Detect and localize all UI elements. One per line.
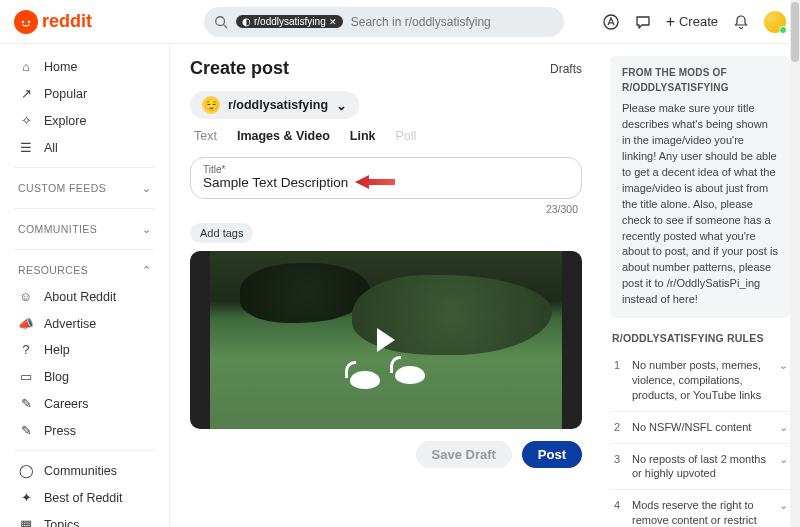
res-label: Careers xyxy=(44,397,88,411)
svg-line-3 xyxy=(224,24,228,28)
svg-point-1 xyxy=(28,20,30,22)
page-title: Create post xyxy=(190,58,289,79)
resources-header[interactable]: RESOURCES⌃ xyxy=(0,256,169,284)
chat-icon[interactable] xyxy=(634,13,652,31)
chevron-down-icon: ⌄ xyxy=(779,498,788,512)
search-scope-chip[interactable]: ◐ r/oddlysatisfying ✕ xyxy=(236,15,343,28)
rule-item[interactable]: 1No number posts, memes, violence, compi… xyxy=(610,350,790,411)
chevron-down-icon: ⌄ xyxy=(336,98,347,113)
help-icon: ? xyxy=(18,343,34,357)
tab-images-video[interactable]: Images & Video xyxy=(237,129,330,147)
nav-home[interactable]: ⌂Home xyxy=(0,54,169,80)
chevron-up-icon: ⌃ xyxy=(142,264,151,276)
search-bar[interactable]: ◐ r/oddlysatisfying ✕ xyxy=(204,7,564,37)
book-icon: ▭ xyxy=(18,369,34,384)
custom-feeds-header[interactable]: CUSTOM FEEDS⌄ xyxy=(0,174,169,202)
mod-header: FROM THE MODS OF R/ODDLYSATISFYING xyxy=(622,66,778,95)
res-press[interactable]: ✎Press xyxy=(0,417,169,444)
home-icon: ⌂ xyxy=(18,60,34,74)
rule-item[interactable]: 3No reposts of last 2 months or highly u… xyxy=(610,443,790,490)
nav-popular[interactable]: ↗Popular xyxy=(0,80,169,107)
svg-point-2 xyxy=(216,16,225,25)
rule-text: No reposts of last 2 months or highly up… xyxy=(632,452,769,482)
rule-number: 4 xyxy=(612,498,622,511)
chip-avatar-icon: ◐ xyxy=(242,16,251,27)
notifications-icon[interactable] xyxy=(732,13,750,31)
wrench-icon: ✎ xyxy=(18,396,34,411)
chevron-down-icon: ⌄ xyxy=(779,420,788,434)
title-field-container[interactable]: Title* xyxy=(190,157,582,199)
char-count: 23/300 xyxy=(190,203,578,215)
user-avatar[interactable] xyxy=(764,11,786,33)
reddit-mark-icon xyxy=(14,10,38,34)
community-name: r/oddlysatisfying xyxy=(228,98,328,112)
nav-explore[interactable]: ✧Explore xyxy=(0,107,169,134)
chevron-down-icon: ⌄ xyxy=(142,182,151,194)
communities-header[interactable]: COMMUNITIES⌄ xyxy=(0,215,169,243)
create-label: Create xyxy=(679,14,718,29)
left-sidebar: ⌂Home ↗Popular ✧Explore ☰All CUSTOM FEED… xyxy=(0,44,170,527)
svg-point-0 xyxy=(22,20,24,22)
tab-link[interactable]: Link xyxy=(350,129,376,147)
extra-communities[interactable]: ◯Communities xyxy=(0,457,169,484)
search-input[interactable] xyxy=(351,15,554,29)
nav-label: Home xyxy=(44,60,77,74)
section-label: RESOURCES xyxy=(18,264,88,276)
save-draft-button[interactable]: Save Draft xyxy=(416,441,512,468)
rule-number: 1 xyxy=(612,358,622,371)
brand-logo[interactable]: reddit xyxy=(14,10,92,34)
search-icon xyxy=(214,15,228,29)
rule-text: Mods reserve the right to remove content… xyxy=(632,498,769,527)
mod-message-box: FROM THE MODS OF R/ODDLYSATISFYING Pleas… xyxy=(610,56,790,318)
chevron-down-icon: ⌄ xyxy=(779,452,788,466)
play-icon[interactable] xyxy=(377,328,395,352)
drafts-link[interactable]: Drafts xyxy=(550,62,582,76)
main-content: Create post Drafts 😌 r/oddlysatisfying ⌄… xyxy=(170,44,600,527)
res-about[interactable]: ☺About Reddit xyxy=(0,284,169,310)
res-careers[interactable]: ✎Careers xyxy=(0,390,169,417)
post-button[interactable]: Post xyxy=(522,441,582,468)
res-help[interactable]: ?Help xyxy=(0,337,169,363)
plus-icon: + xyxy=(666,13,675,31)
reddit-icon: ☺ xyxy=(18,290,34,304)
extra-label: Best of Reddit xyxy=(44,491,123,505)
community-avatar-icon: 😌 xyxy=(202,96,220,114)
tab-text[interactable]: Text xyxy=(194,129,217,147)
res-advertise[interactable]: 📣Advertise xyxy=(0,310,169,337)
extra-topics[interactable]: ▦Topics xyxy=(0,511,169,527)
right-sidebar: FROM THE MODS OF R/ODDLYSATISFYING Pleas… xyxy=(600,44,800,527)
chip-close-icon[interactable]: ✕ xyxy=(329,17,337,27)
ads-icon[interactable] xyxy=(602,13,620,31)
res-label: Advertise xyxy=(44,317,96,331)
tab-poll: Poll xyxy=(396,129,417,147)
rule-text: No number posts, memes, violence, compil… xyxy=(632,358,769,403)
megaphone-icon: 📣 xyxy=(18,316,34,331)
community-selector[interactable]: 😌 r/oddlysatisfying ⌄ xyxy=(190,91,359,119)
nav-label: Explore xyxy=(44,114,86,128)
nav-all[interactable]: ☰All xyxy=(0,134,169,161)
res-label: Help xyxy=(44,343,70,357)
nav-label: All xyxy=(44,141,58,155)
add-tags-button[interactable]: Add tags xyxy=(190,223,253,243)
res-label: Press xyxy=(44,424,76,438)
scrollbar-thumb[interactable] xyxy=(791,2,799,62)
brand-text: reddit xyxy=(42,11,92,32)
section-label: CUSTOM FEEDS xyxy=(18,182,106,194)
rule-number: 3 xyxy=(612,452,622,465)
mod-body: Please make sure your title describes wh… xyxy=(622,101,778,308)
res-label: About Reddit xyxy=(44,290,116,304)
star-icon: ✦ xyxy=(18,490,34,505)
chip-label: r/oddlysatisfying xyxy=(254,16,326,27)
rules-header: R/ODDLYSATISFYING RULES xyxy=(612,332,788,344)
res-label: Blog xyxy=(44,370,69,384)
extra-best[interactable]: ✦Best of Reddit xyxy=(0,484,169,511)
res-blog[interactable]: ▭Blog xyxy=(0,363,169,390)
popular-icon: ↗ xyxy=(18,86,34,101)
rule-number: 2 xyxy=(612,420,622,433)
video-preview[interactable] xyxy=(190,251,582,429)
create-button[interactable]: + Create xyxy=(666,13,718,31)
rule-item[interactable]: 4Mods reserve the right to remove conten… xyxy=(610,489,790,527)
extra-label: Topics xyxy=(44,518,79,528)
rule-item[interactable]: 2No NSFW/NSFL content⌄ xyxy=(610,411,790,443)
scrollbar-track[interactable] xyxy=(790,0,800,527)
